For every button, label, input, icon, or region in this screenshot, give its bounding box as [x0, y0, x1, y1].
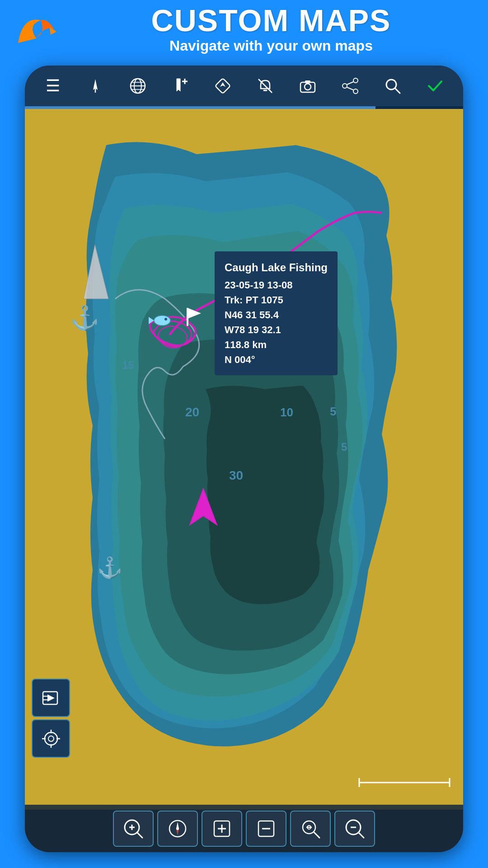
- svg-point-31: [164, 318, 167, 321]
- app-header: CUSTOM MAPS Navigate with your own maps: [0, 0, 488, 59]
- svg-text:30: 30: [229, 468, 243, 482]
- gps-center-btn[interactable]: [32, 719, 70, 758]
- app-title: CUSTOM MAPS: [151, 5, 391, 36]
- camera-icon[interactable]: [296, 74, 320, 99]
- zoom-out-btn[interactable]: [334, 811, 375, 847]
- phone-frame: ☰: [25, 66, 463, 852]
- map-area[interactable]: ⚓ ⚓ 20 15 10 5 5 30 15 Caugh Lake Fishin…: [25, 109, 463, 810]
- svg-line-22: [347, 87, 353, 90]
- compass-btn[interactable]: [157, 811, 198, 847]
- svg-marker-12: [220, 82, 225, 87]
- popup-track: Trk: PT 1075: [225, 292, 328, 307]
- left-buttons-panel: [32, 679, 70, 758]
- svg-line-58: [137, 832, 142, 838]
- header-text-group: CUSTOM MAPS Navigate with your own maps: [68, 5, 474, 54]
- svg-text:15: 15: [122, 359, 134, 371]
- share-icon[interactable]: [338, 74, 363, 99]
- svg-point-16: [305, 84, 311, 90]
- svg-marker-46: [47, 694, 55, 702]
- svg-marker-8: [177, 79, 180, 91]
- navigate-icon[interactable]: [211, 74, 235, 99]
- zoom-fit-btn[interactable]: [290, 811, 331, 847]
- svg-rect-11: [215, 78, 230, 94]
- search-icon[interactable]: [380, 74, 405, 99]
- svg-line-21: [347, 82, 353, 85]
- check-icon[interactable]: [423, 74, 448, 99]
- svg-rect-17: [305, 80, 310, 83]
- svg-text:⚓: ⚓: [70, 304, 99, 332]
- globe-icon[interactable]: [126, 74, 150, 99]
- svg-line-70: [314, 832, 319, 838]
- progress-fill: [25, 106, 375, 109]
- remove-layer-btn[interactable]: [246, 811, 286, 847]
- svg-text:⚓: ⚓: [97, 556, 123, 580]
- svg-line-74: [358, 832, 364, 838]
- svg-line-24: [395, 88, 400, 93]
- popup-lat: N46 31 55.4: [225, 307, 328, 322]
- svg-point-19: [343, 84, 347, 88]
- bottom-toolbar: [25, 805, 463, 852]
- zoom-in-btn[interactable]: [113, 811, 154, 847]
- app-toolbar: ☰: [25, 66, 463, 106]
- svg-point-20: [353, 89, 358, 94]
- svg-point-18: [353, 78, 358, 83]
- svg-point-50: [48, 736, 54, 741]
- progress-bar: [25, 106, 463, 109]
- waypoint-add-icon[interactable]: [168, 74, 193, 99]
- svg-point-29: [154, 316, 170, 326]
- svg-text:5: 5: [330, 405, 336, 418]
- app-subtitle: Navigate with your own maps: [169, 38, 373, 54]
- popup-lon: W78 19 32.1: [225, 322, 328, 337]
- svg-point-62: [176, 827, 179, 830]
- svg-text:10: 10: [280, 406, 293, 419]
- popup-date: 23-05-19 13-08: [225, 278, 328, 292]
- gps-icon[interactable]: [83, 74, 108, 99]
- popup-bearing: N 004°: [225, 352, 328, 367]
- app-logo: [14, 7, 59, 52]
- add-layer-btn[interactable]: [202, 811, 242, 847]
- map-svg: ⚓ ⚓ 20 15 10 5 5 30 15: [25, 109, 463, 810]
- menu-icon[interactable]: ☰: [41, 74, 66, 99]
- info-popup[interactable]: Caugh Lake Fishing 23-05-19 13-08 Trk: P…: [215, 251, 338, 375]
- alarm-off-icon[interactable]: [253, 74, 278, 99]
- svg-text:20: 20: [185, 405, 199, 419]
- popup-title: Caugh Lake Fishing: [225, 259, 328, 276]
- svg-point-49: [45, 732, 57, 745]
- popup-distance: 118.8 km: [225, 337, 328, 352]
- navigate-panel-btn[interactable]: [32, 679, 70, 717]
- svg-text:5: 5: [341, 441, 347, 453]
